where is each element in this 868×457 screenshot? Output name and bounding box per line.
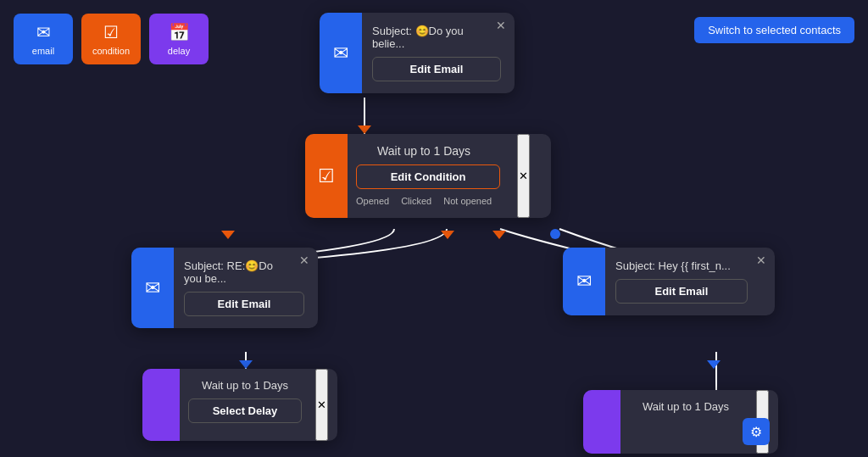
connector-right	[550, 229, 560, 239]
email-top-node: ✉ Subject: 😊Do you belie... Edit Email ✕	[320, 13, 515, 93]
email-top-subject: Subject: 😊Do you belie...	[372, 25, 501, 50]
edit-condition-button[interactable]: Edit Condition	[356, 164, 500, 189]
email-label: email	[32, 46, 54, 56]
email-top-close[interactable]: ✕	[496, 20, 506, 31]
delay-right-body: Wait up to 1 Days	[620, 390, 756, 454]
email-tool[interactable]: ✉ email	[14, 14, 73, 64]
toolbar: ✉ email ☑ condition 📅 delay	[14, 14, 209, 64]
switch-contacts-button[interactable]: Switch to selected contacts	[694, 17, 854, 43]
gear-button[interactable]: ⚙	[743, 418, 770, 445]
condition-bar-icon: ☑	[318, 165, 335, 187]
delay-left-btn[interactable]: Select Delay	[188, 398, 302, 423]
email-left-bar-icon: ✉	[145, 277, 160, 299]
condition-close[interactable]: ✕	[517, 134, 530, 218]
condition-title: Wait up to 1 Days	[356, 144, 500, 158]
arrow-opened	[221, 231, 235, 239]
delay-right-node: Wait up to 1 Days ✕ ⚙	[583, 390, 778, 454]
condition-icon: ☑	[103, 22, 119, 42]
email-left-edit-button[interactable]: Edit Email	[184, 292, 304, 316]
email-left-body: Subject: RE:😊Do you be... Edit Email	[174, 248, 318, 328]
email-right-bar: ✉	[563, 248, 605, 315]
condition-body: Wait up to 1 Days Edit Condition Opened …	[348, 134, 517, 218]
email-left-bar: ✉	[131, 248, 174, 328]
condition-label: condition	[92, 46, 130, 56]
arrow-to-right-delay	[707, 360, 721, 369]
email-bar-icon: ✉	[333, 42, 348, 64]
arrow-not-opened	[492, 231, 506, 239]
email-right-body: Subject: Hey {{ first_n... Edit Email	[605, 248, 761, 315]
delay-left-body: Wait up to 1 Days Select Delay	[180, 369, 315, 441]
condition-label-opened: Opened	[356, 196, 389, 206]
delay-right-bar	[583, 390, 620, 454]
delay-tool[interactable]: 📅 delay	[149, 14, 209, 64]
condition-bar: ☑	[305, 134, 348, 218]
condition-node: ☑ Wait up to 1 Days Edit Condition Opene…	[305, 134, 551, 218]
email-top-body: Subject: 😊Do you belie... Edit Email	[362, 13, 515, 93]
delay-left-node: Wait up to 1 Days Select Delay ✕	[142, 369, 337, 441]
email-right-node: ✉ Subject: Hey {{ first_n... Edit Email …	[563, 248, 775, 315]
condition-labels: Opened Clicked Not opened	[356, 196, 500, 206]
email-right-subject: Subject: Hey {{ first_n...	[615, 259, 748, 272]
email-right-edit-button[interactable]: Edit Email	[615, 279, 748, 304]
email-icon: ✉	[36, 22, 51, 42]
delay-left-bar	[142, 369, 180, 441]
delay-label: delay	[168, 46, 190, 56]
email-left-subject: Subject: RE:😊Do you be...	[184, 259, 304, 285]
condition-tool[interactable]: ☑ condition	[81, 14, 141, 64]
delay-right-title: Wait up to 1 Days	[629, 400, 743, 413]
arrow-to-condition	[358, 125, 371, 134]
email-right-bar-icon: ✉	[576, 270, 592, 293]
delay-left-close[interactable]: ✕	[315, 369, 328, 441]
email-top-edit-button[interactable]: Edit Email	[372, 57, 501, 81]
condition-label-clicked: Clicked	[401, 196, 431, 206]
arrow-to-left-delay	[239, 360, 253, 369]
condition-label-not-opened: Not opened	[443, 196, 492, 206]
email-right-close[interactable]: ✕	[756, 254, 766, 266]
delay-left-title: Wait up to 1 Days	[188, 379, 302, 392]
email-top-bar: ✉	[320, 13, 362, 93]
email-left-close[interactable]: ✕	[299, 254, 309, 266]
delay-icon: 📅	[169, 22, 190, 42]
arrow-clicked	[441, 231, 454, 239]
email-left-node: ✉ Subject: RE:😊Do you be... Edit Email ✕	[131, 248, 318, 328]
